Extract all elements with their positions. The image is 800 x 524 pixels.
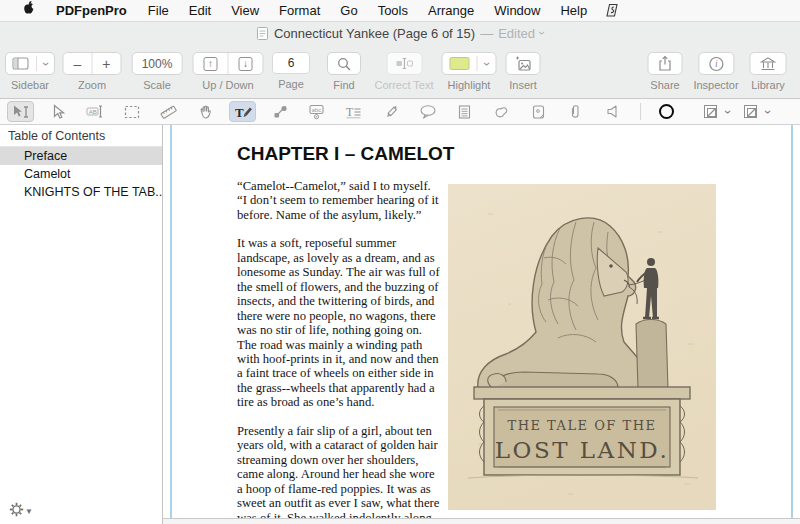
measure-tool[interactable] — [155, 101, 182, 122]
pointer-ibeam-icon — [12, 104, 29, 120]
page-down-button[interactable]: ↓ — [228, 53, 263, 74]
pdf-page-view[interactable]: CHAPTER I – CAMELOT “Camelot--Camelot,” … — [163, 125, 800, 519]
share-button[interactable] — [648, 52, 683, 75]
text-pencil-icon: T — [234, 104, 252, 120]
zoom-label: Zoom — [78, 79, 106, 91]
ruler-icon — [160, 104, 177, 120]
pointer-tool[interactable] — [44, 101, 71, 122]
insert-label: Insert — [509, 79, 537, 91]
cut-tool[interactable] — [266, 101, 293, 122]
sound-tool[interactable] — [599, 101, 626, 122]
sidebar-toggle-button[interactable]: › — [5, 52, 55, 75]
chapter-heading: CHAPTER I – CAMELOT — [237, 143, 454, 165]
abc-stamp-tool[interactable]: abc — [303, 101, 330, 122]
marker-pencil-icon — [383, 104, 399, 120]
stamp-tool[interactable] — [525, 101, 552, 122]
shape-ellipse-tool[interactable] — [653, 101, 680, 122]
ab-ibeam-icon: AB — [86, 104, 104, 119]
highlight-button[interactable]: › — [442, 52, 497, 75]
menu-edit[interactable]: Edit — [179, 0, 221, 21]
plaque-line-2: LOST LAND. — [495, 437, 669, 463]
text-edit-tool[interactable]: T — [229, 101, 256, 122]
select-rectangle-tool[interactable] — [118, 101, 145, 122]
apple-logo-icon — [22, 0, 35, 15]
svg-text:i: i — [715, 59, 718, 69]
arrow-up-icon: ↑ — [204, 57, 218, 71]
toolstrip-separator — [640, 103, 641, 120]
applescript-icon — [605, 3, 619, 18]
toc-item-preface[interactable]: Preface — [0, 147, 162, 165]
page-up-button[interactable]: ↑ — [194, 53, 228, 74]
dashed-rectangle-icon — [124, 105, 140, 119]
stroke-color-chevron-down-icon: › — [762, 110, 774, 114]
page-group: Page — [272, 52, 310, 90]
zoom-group: – + Zoom — [63, 52, 122, 91]
select-text-tool[interactable] — [7, 101, 34, 122]
toc-item-camelot[interactable]: Camelot — [0, 165, 162, 183]
share-label: Share — [650, 79, 679, 91]
sidebar-chevron-down-icon: › — [40, 62, 52, 66]
stroke-color-control[interactable]: › — [744, 105, 770, 118]
page-right-edge — [791, 125, 793, 518]
title-chevron-down-icon[interactable]: › — [536, 31, 548, 35]
menu-file[interactable]: File — [138, 0, 179, 21]
library-button[interactable] — [750, 52, 787, 75]
toc-header: Table of Contents — [0, 125, 162, 147]
highlight-chevron-down-icon: › — [481, 62, 493, 66]
updown-label: Up / Down — [202, 79, 253, 91]
menu-go[interactable]: Go — [330, 0, 367, 21]
text-lines-icon: T — [345, 104, 362, 119]
menu-arrange[interactable]: Arrange — [418, 0, 484, 21]
svg-text:T: T — [346, 105, 354, 119]
inspector-button[interactable]: i — [698, 52, 734, 75]
gear-icon — [9, 502, 24, 517]
page-number-input[interactable] — [272, 52, 310, 74]
scale-group: 100% Scale — [132, 52, 183, 91]
gear-dropdown-arrow-icon: ▼ — [25, 507, 33, 517]
abc-stamp-icon: abc — [308, 104, 325, 120]
scribble-tool[interactable] — [488, 101, 515, 122]
menu-help[interactable]: Help — [550, 0, 597, 21]
window-title-bar: Connecticut Yankee (Page 6 of 15) — Edit… — [0, 22, 800, 44]
document-icon — [256, 26, 269, 41]
info-icon: i — [708, 56, 724, 72]
sidebar-group: › Sidebar — [5, 52, 55, 91]
menu-bar: PDFpenPro File Edit View Format Go Tools… — [0, 0, 800, 22]
comment-tool[interactable] — [414, 101, 441, 122]
insert-button[interactable] — [506, 52, 541, 75]
toc-sidebar: Table of Contents Preface Camelot KNIGHT… — [0, 125, 163, 524]
scale-button[interactable]: 100% — [132, 52, 183, 75]
svg-text:abc: abc — [312, 106, 321, 112]
hand-tool[interactable] — [192, 101, 219, 122]
marker-tool[interactable] — [377, 101, 404, 122]
menu-view[interactable]: View — [221, 0, 269, 21]
speaker-icon — [605, 104, 621, 119]
stroke-color-swatch-icon — [744, 105, 757, 118]
attachment-tool[interactable] — [562, 101, 589, 122]
edit-text-tool[interactable]: AB — [81, 101, 108, 122]
fill-color-control[interactable]: › — [704, 105, 730, 118]
zoom-out-button[interactable]: – — [64, 53, 92, 74]
page-label: Page — [278, 78, 304, 90]
menu-app-name[interactable]: PDFpenPro — [45, 3, 138, 18]
note-tool[interactable] — [451, 101, 478, 122]
text-block-tool[interactable]: T — [340, 101, 367, 122]
pointer-icon — [51, 104, 65, 120]
insert-image-icon — [515, 56, 532, 72]
highlight-group: › Highlight — [442, 52, 497, 91]
paragraph: It was a soft, reposeful summer landscap… — [237, 236, 440, 409]
menu-tools[interactable]: Tools — [368, 0, 418, 21]
menu-window[interactable]: Window — [484, 0, 550, 21]
page-left-edge — [170, 125, 172, 518]
zoom-in-button[interactable]: + — [91, 53, 120, 74]
menu-format[interactable]: Format — [269, 0, 330, 21]
apple-menu[interactable] — [12, 0, 45, 21]
title-separator: — — [480, 26, 493, 41]
toc-item-knights[interactable]: KNIGHTS OF THE TAB... — [0, 183, 162, 201]
applescript-menu[interactable] — [597, 3, 627, 18]
sidebar-action-menu[interactable]: ▼ — [9, 502, 33, 517]
find-button[interactable] — [327, 52, 361, 75]
correct-text-button[interactable] — [386, 52, 422, 75]
lion-eye — [609, 264, 613, 268]
annotation-tool-strip: AB T — [0, 99, 800, 125]
